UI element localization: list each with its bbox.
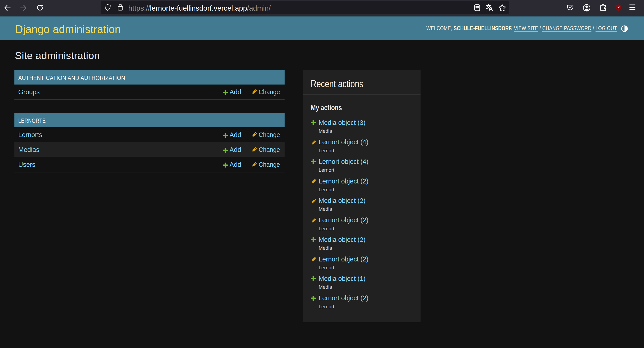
svg-text:uO: uO bbox=[617, 6, 620, 9]
